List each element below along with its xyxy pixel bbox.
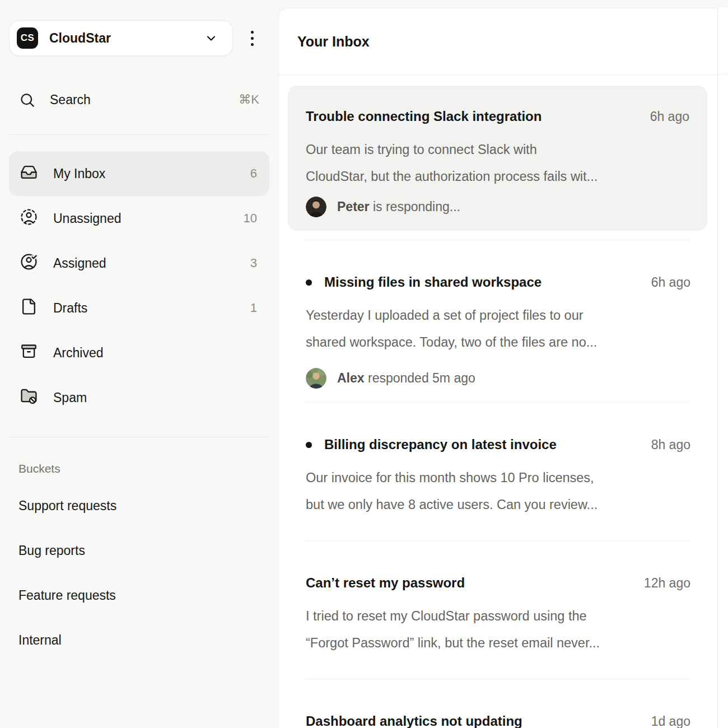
sidebar-item-unassigned[interactable]: Unassigned 10 — [9, 196, 269, 241]
inbox-icon — [20, 164, 38, 184]
workspace-logo: CS — [17, 27, 38, 49]
kebab-icon — [251, 31, 254, 34]
buckets-heading: Buckets — [18, 462, 269, 475]
folder-block-icon — [20, 388, 38, 408]
buckets-section: Buckets Support requestsBug reportsFeatu… — [9, 462, 269, 662]
sidebar-nav: My Inbox 6 Unassigned 10 Assigned 3 Draf… — [9, 151, 269, 420]
search-shortcut: ⌘K — [239, 92, 259, 107]
chevron-down-icon — [204, 31, 218, 45]
page-title: Your Inbox — [297, 34, 370, 50]
unread-dot — [306, 442, 312, 448]
responder-name: Peter — [337, 199, 370, 214]
conversation-time: 6h ago — [650, 109, 689, 124]
main-area: Your Inbox Trouble connecting Slack inte… — [278, 0, 728, 728]
sidebar-item-spam[interactable]: Spam — [9, 375, 269, 420]
conversation-title: Missing files in shared workspace — [324, 274, 639, 291]
sidebar-divider — [9, 437, 269, 437]
adjacent-panel-edge — [717, 8, 728, 728]
conversation-time: 8h ago — [651, 437, 690, 452]
conversation-item[interactable]: Can’t reset my password 12h ago I tried … — [279, 541, 717, 679]
workspace-name: CloudStar — [49, 31, 193, 46]
conversation-time: 6h ago — [651, 275, 690, 290]
sidebar-item-my-inbox[interactable]: My Inbox 6 — [9, 151, 269, 196]
conversation-item[interactable]: Dashboard analytics not updating 1d ago — [279, 679, 717, 728]
buckets-list: Support requestsBug reportsFeature reque… — [9, 483, 269, 662]
nav-item-label: Unassigned — [53, 211, 228, 226]
inbox-header: Your Inbox — [279, 8, 717, 75]
sidebar-item-assigned[interactable]: Assigned 3 — [9, 241, 269, 286]
search-icon — [19, 92, 35, 108]
adjacent-panel-header — [718, 8, 728, 74]
nav-item-count: 10 — [244, 211, 257, 226]
nav-item-label: My Inbox — [53, 166, 235, 181]
nav-item-label: Drafts — [53, 301, 235, 316]
conversation-list: Trouble connecting Slack integration 6h … — [279, 75, 717, 728]
nav-item-label: Assigned — [53, 256, 235, 271]
conversation-time: 1d ago — [651, 714, 690, 728]
nav-item-count: 6 — [250, 166, 257, 181]
bucket-item-feature-requests[interactable]: Feature requests — [9, 573, 269, 618]
avatar — [306, 197, 326, 217]
conversation-preview: Our invoice for this month shows 10 Pro … — [306, 464, 690, 518]
responder-action: is responding... — [370, 199, 460, 214]
unread-dot — [306, 279, 312, 286]
sidebar-item-archived[interactable]: Archived — [9, 330, 269, 375]
responder-row: Peter is responding... — [306, 197, 689, 217]
sidebar-divider — [9, 134, 269, 135]
app-root: CS CloudStar Search ⌘K My Inbox 6 Unassi… — [0, 0, 728, 728]
conversation-preview: Yesterday I uploaded a set of project fi… — [306, 302, 690, 356]
conversation-title: Billing discrepancy on latest invoice — [324, 436, 639, 453]
bucket-item-internal[interactable]: Internal — [9, 618, 269, 662]
conversation-title: Can’t reset my password — [306, 575, 632, 591]
avatar — [306, 368, 326, 389]
workspace-switcher[interactable]: CS CloudStar — [9, 20, 233, 56]
responder-name: Alex — [337, 371, 365, 385]
responder-row: Alex responded 5m ago — [306, 368, 690, 389]
bucket-item-support-requests[interactable]: Support requests — [9, 483, 269, 528]
responder-action: responded 5m ago — [365, 371, 475, 385]
sidebar: CS CloudStar Search ⌘K My Inbox 6 Unassi… — [0, 0, 278, 728]
conversation-title: Dashboard analytics not updating — [306, 713, 639, 728]
sidebar-item-drafts[interactable]: Drafts 1 — [9, 286, 269, 330]
conversation-preview: I tried to reset my CloudStar password u… — [306, 603, 690, 656]
sidebar-menu-button[interactable] — [245, 25, 259, 52]
nav-item-count: 3 — [250, 256, 257, 270]
file-icon — [20, 298, 38, 319]
nav-item-label: Archived — [53, 346, 241, 361]
bucket-item-bug-reports[interactable]: Bug reports — [9, 528, 269, 573]
conversation-title: Trouble connecting Slack integration — [306, 108, 638, 125]
conversation-time: 12h ago — [644, 576, 690, 591]
conversation-item[interactable]: Missing files in shared workspace 6h ago… — [279, 240, 717, 402]
user-check-icon — [20, 253, 38, 274]
nav-item-label: Spam — [53, 390, 241, 405]
workspace-row: CS CloudStar — [9, 20, 269, 56]
inbox-panel: Your Inbox Trouble connecting Slack inte… — [278, 8, 717, 728]
user-dashed-icon — [20, 208, 38, 229]
conversation-preview: Our team is trying to connect Slack with… — [306, 136, 689, 190]
nav-item-count: 1 — [250, 301, 257, 315]
archive-icon — [20, 343, 38, 363]
conversation-item[interactable]: Billing discrepancy on latest invoice 8h… — [279, 403, 717, 540]
search-label: Search — [50, 92, 91, 108]
conversation-item[interactable]: Trouble connecting Slack integration 6h … — [279, 86, 717, 231]
search-button[interactable]: Search ⌘K — [9, 82, 269, 118]
